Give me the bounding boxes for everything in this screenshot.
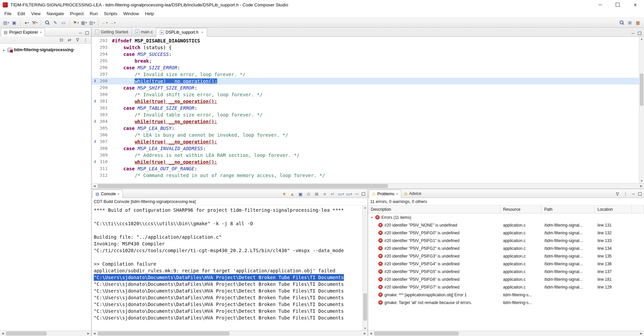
console-line[interactable]: "C:\Users\sjdonato\Documents\DataFiles\H… bbox=[94, 281, 368, 288]
scroll-right-icon[interactable]: ▶ bbox=[639, 184, 644, 188]
menu-window[interactable]: Window bbox=[120, 10, 142, 17]
code-line-307[interactable]: i307 while(true) __no_operation(); bbox=[92, 138, 644, 145]
problem-row[interactable]: ×gmake: *** [application/application.obj… bbox=[368, 291, 644, 299]
code-line-302[interactable]: 302 case MSP_TABLE_SIZE_ERROR: bbox=[92, 105, 644, 111]
scroll-right-icon[interactable]: ▶ bbox=[86, 332, 91, 335]
nav-forward-icon[interactable]: →▾ bbox=[109, 19, 116, 26]
minimize-view-icon[interactable] bbox=[354, 191, 360, 197]
console-line[interactable]: "C:\Users\sjdonato\Documents\DataFiles\H… bbox=[94, 301, 368, 308]
maximize-view-icon[interactable] bbox=[637, 30, 643, 36]
scroll-lock-icon[interactable]: ≡ bbox=[321, 190, 328, 198]
console-line[interactable]: **** Build of configuration SHARP96 for … bbox=[94, 207, 368, 213]
scroll-up-icon[interactable]: ▲ bbox=[363, 206, 368, 209]
console-vscrollbar[interactable]: ▲ ▼ bbox=[362, 205, 368, 331]
scrollbar-thumb[interactable] bbox=[98, 184, 388, 188]
expand-arrow-icon[interactable]: ▸ bbox=[2, 48, 6, 52]
problem-row[interactable]: ×#20 identifier "P5IV_P5IFG6" is undefin… bbox=[368, 275, 644, 283]
editor-vscrollbar[interactable]: ▲ ▼ bbox=[639, 37, 644, 183]
problem-row[interactable]: ×#20 identifier "P5IV_P5IFG5" is undefin… bbox=[368, 268, 644, 275]
menu-help[interactable]: Help bbox=[142, 10, 157, 17]
edit-icon[interactable]: ✎ bbox=[52, 19, 59, 26]
code-line-301[interactable]: i301 while(true) __no_operation(); bbox=[92, 98, 644, 105]
minimize-view-icon[interactable] bbox=[77, 30, 83, 36]
problem-row[interactable]: ×#20 identifier "P5IV_P5IFG0" is undefin… bbox=[368, 229, 644, 237]
problem-row[interactable]: ×#20 identifier "P5IV_NONE" is undefined… bbox=[368, 221, 644, 229]
code-line-305[interactable]: 305 case MSP_LEA_BUSY: bbox=[92, 125, 644, 132]
maximize-button[interactable] bbox=[609, 0, 626, 9]
console-line[interactable]: "C:\Users\sjdonato\Documents\DataFiles\H… bbox=[94, 308, 368, 314]
problem-row[interactable]: ×#20 identifier "P5IV_P5IFG3" is undefin… bbox=[368, 252, 644, 260]
console-hscrollbar[interactable]: ◀ ▶ bbox=[92, 331, 368, 336]
registers-icon[interactable]: ▥▾ bbox=[89, 19, 95, 26]
problems-hscrollbar[interactable]: ◀ ▶ bbox=[368, 331, 644, 336]
scroll-right-icon[interactable]: ▶ bbox=[639, 332, 644, 335]
column-description[interactable]: Description bbox=[368, 205, 500, 213]
column-resource[interactable]: Resource bbox=[500, 205, 541, 213]
show-console-on-output-icon[interactable]: ▣ bbox=[297, 190, 304, 198]
console-line[interactable]: "C:\Users\sjdonato\Documents\DataFiles\H… bbox=[94, 274, 368, 281]
scroll-left-icon[interactable]: ◀ bbox=[368, 332, 374, 335]
save-icon[interactable]: ▣ bbox=[11, 19, 18, 26]
tab-main-c[interactable]: cmain.c bbox=[132, 28, 156, 36]
close-icon[interactable]: × bbox=[117, 192, 119, 196]
menu-project[interactable]: Project bbox=[67, 10, 87, 17]
console-line[interactable]: >> Compilation failure bbox=[94, 261, 368, 267]
tab-getting-started[interactable]: ⌂Getting Started bbox=[92, 28, 132, 36]
menu-run[interactable]: Run bbox=[87, 10, 101, 17]
filter-icon[interactable]: ∇ bbox=[74, 36, 81, 44]
project-tree-item[interactable]: ▸ tidm-filtering-signalprocessing- bbox=[0, 46, 91, 53]
maximize-view-icon[interactable] bbox=[637, 191, 643, 197]
view-menu-icon[interactable]: ⋮ bbox=[622, 190, 629, 198]
code-editor[interactable]: 292#ifndef MSP_DISABLE_DIAGNOSTICS293 sw… bbox=[92, 37, 644, 183]
code-line-309[interactable]: 309 /* Address is not within LEA RAM sec… bbox=[92, 152, 644, 159]
clear-console-icon[interactable]: ⊠ bbox=[313, 190, 320, 198]
target-config-icon[interactable]: ▭ bbox=[60, 19, 67, 26]
scroll-left-icon[interactable]: ◀ bbox=[0, 332, 5, 335]
code-line-304[interactable]: i304 while(true) __no_operation(); bbox=[92, 118, 644, 125]
scrollbar-thumb[interactable] bbox=[363, 294, 367, 321]
code-line-308[interactable]: 308 case MSP_LEA_INVALID_ADDRESS: bbox=[92, 145, 644, 152]
link-with-editor-icon[interactable]: ⇄ bbox=[66, 36, 73, 44]
new-icon[interactable]: ▤▾ bbox=[3, 19, 9, 26]
problem-row[interactable]: ×#20 identifier "P5IV_P5IFG2" is undefin… bbox=[368, 244, 644, 252]
console-line[interactable] bbox=[94, 227, 368, 234]
code-line-306[interactable]: 306 /* LEA is busy and cannot be invoked… bbox=[92, 132, 644, 138]
minimize-view-icon[interactable] bbox=[630, 30, 636, 36]
code-line-295[interactable]: 295 break; bbox=[92, 58, 644, 64]
open-perspective-icon[interactable]: ⊞ bbox=[626, 19, 633, 26]
nav-back-icon[interactable]: ←▾ bbox=[101, 19, 108, 26]
console-line[interactable]: application/subdir_rules.mk:9: recipe fo… bbox=[94, 267, 368, 274]
scroll-right-icon[interactable]: ▶ bbox=[362, 332, 368, 335]
open-console-icon[interactable]: ▭▾ bbox=[346, 190, 352, 198]
minimize-view-icon[interactable] bbox=[630, 191, 636, 197]
code-line-297[interactable]: 297 /* Invalid size error, loop forever.… bbox=[92, 71, 644, 78]
console-line[interactable]: Building file: "../application/applicati… bbox=[94, 234, 368, 240]
console-line[interactable] bbox=[94, 254, 368, 261]
console-output-area[interactable]: **** Build of configuration SHARP96 for … bbox=[92, 205, 368, 331]
console-line[interactable]: "C:/ti/ccs1020/ccs/tools/compiler/ti-cgt… bbox=[94, 247, 368, 254]
menu-navigate[interactable]: Navigate bbox=[43, 10, 67, 17]
code-line-299[interactable]: 299 case MSP_SHIFT_SIZE_ERROR: bbox=[92, 85, 644, 91]
filter-icon[interactable]: ∇ bbox=[614, 190, 621, 198]
maximize-view-icon[interactable] bbox=[360, 191, 367, 197]
minimize-button[interactable] bbox=[591, 0, 609, 9]
view-menu-icon[interactable]: ⋮ bbox=[82, 36, 89, 44]
code-line-292[interactable]: 292#ifndef MSP_DISABLE_DIAGNOSTICS bbox=[92, 37, 644, 44]
problem-row[interactable]: ×#20 identifier "P5IV_P5IFG7" is undefin… bbox=[368, 283, 644, 291]
word-wrap-icon[interactable]: ↵ bbox=[329, 190, 336, 198]
code-line-310[interactable]: i310 while(true) __no_operation(); bbox=[92, 159, 644, 165]
memory-browser-icon[interactable]: ▦▾ bbox=[81, 19, 87, 26]
code-line-293[interactable]: 293 switch (status) { bbox=[92, 44, 644, 51]
close-icon[interactable]: × bbox=[40, 30, 42, 34]
code-line-312[interactable]: 312 /* Command resulted in out of range … bbox=[92, 172, 644, 179]
close-icon[interactable]: × bbox=[396, 192, 398, 196]
console-line[interactable]: "C:\Users\sjdonato\Documents\DataFiles\H… bbox=[94, 288, 368, 294]
search-icon[interactable] bbox=[44, 19, 51, 26]
build-icon[interactable]: ⚒▾ bbox=[31, 19, 38, 26]
tab-project-explorer[interactable]: ▤ Project Explorer × bbox=[1, 28, 45, 36]
code-line-296[interactable]: 296 case MSP_SIZE_ERROR: bbox=[92, 64, 644, 71]
tab-console[interactable]: ▤ Console × bbox=[92, 190, 123, 198]
console-line[interactable]: "C:\\ti\\ccs1020\\ccs\\utils\\bin\\gmake… bbox=[94, 220, 368, 227]
close-button[interactable] bbox=[626, 0, 644, 9]
scroll-up-icon[interactable]: ▲ bbox=[639, 37, 644, 40]
